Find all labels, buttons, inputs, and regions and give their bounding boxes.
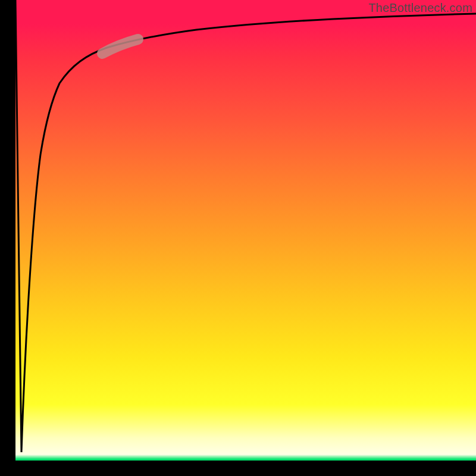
x-axis-border — [0, 461, 476, 476]
watermark-text: TheBottleneck.com — [368, 1, 472, 15]
y-axis-border — [0, 0, 15, 476]
plot-background-gradient — [0, 0, 476, 476]
chart-frame: TheBottleneck.com — [0, 0, 476, 476]
